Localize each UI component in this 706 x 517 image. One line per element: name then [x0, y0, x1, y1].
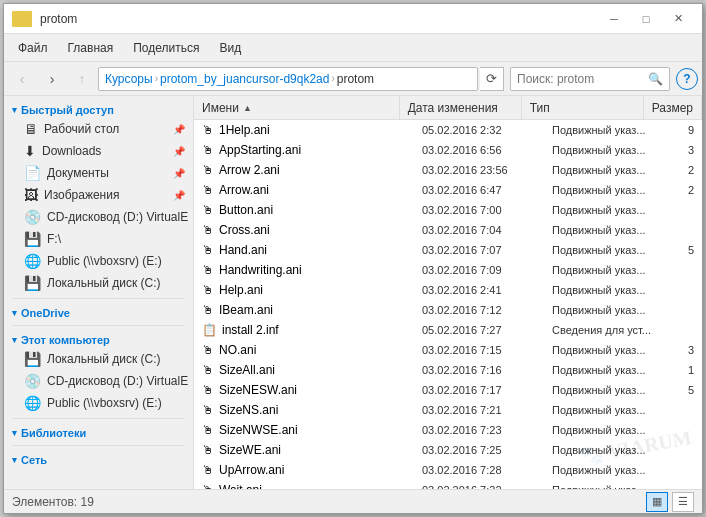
breadcrumb-cursors[interactable]: Курсоры [105, 72, 153, 86]
sidebar-item-documents[interactable]: 📄 Документы 📌 [4, 162, 193, 184]
window-folder-icon [12, 11, 32, 27]
help-button[interactable]: ? [676, 68, 698, 90]
file-name: Arrow 2.ani [219, 163, 280, 177]
table-row[interactable]: 🖱 Arrow 2.ani 03.02.2016 23:56 Подвижный… [194, 160, 702, 180]
col-header-date[interactable]: Дата изменения [400, 96, 522, 119]
this-pc-cd-icon: 💿 [24, 373, 41, 389]
search-input[interactable] [517, 72, 646, 86]
sidebar-item-downloads[interactable]: ⬇ Downloads 📌 [4, 140, 193, 162]
f-drive-icon: 💾 [24, 231, 41, 247]
table-row[interactable]: 🖱 SizeAll.ani 03.02.2016 7:16 Подвижный … [194, 360, 702, 380]
file-type: Подвижный указ... [544, 304, 674, 316]
table-row[interactable]: 🖱 AppStarting.ani 03.02.2016 6:56 Подвиж… [194, 140, 702, 160]
local-c-icon: 💾 [24, 275, 41, 291]
file-name: Button.ani [219, 203, 273, 217]
file-name: SizeNESW.ani [219, 383, 297, 397]
file-type: Подвижный указ... [544, 364, 674, 376]
sidebar-divider-4 [12, 445, 185, 446]
file-name: Wait.ani [219, 483, 262, 489]
sidebar-item-this-pc-cd[interactable]: 💿 CD-дисковод (D:) VirtualE [4, 370, 193, 392]
minimize-button[interactable]: ─ [598, 5, 630, 33]
detail-view-button[interactable]: ☰ [672, 492, 694, 512]
col-header-name[interactable]: Имени ▲ [194, 96, 400, 119]
sidebar-item-f[interactable]: 💾 F:\ [4, 228, 193, 250]
file-name: Hand.ani [219, 243, 267, 257]
sidebar-item-this-pc-public[interactable]: 🌐 Public (\\vboxsrv) (E:) [4, 392, 193, 414]
quick-access-header[interactable]: ▾ Быстрый доступ [4, 100, 193, 118]
table-row[interactable]: 🖱 Wait.ani 03.02.2016 7:32 Подвижный ука… [194, 480, 702, 489]
table-row[interactable]: 🖱 Cross.ani 03.02.2016 7:04 Подвижный ук… [194, 220, 702, 240]
pin-icon-images: 📌 [173, 190, 185, 201]
file-date: 03.02.2016 7:32 [414, 484, 544, 489]
menu-share[interactable]: Поделиться [123, 37, 209, 59]
menu-home[interactable]: Главная [58, 37, 124, 59]
file-type: Подвижный указ... [544, 264, 674, 276]
sidebar-item-cd1[interactable]: 💿 CD-дисковод (D:) VirtualE [4, 206, 193, 228]
table-row[interactable]: 🖱 Button.ani 03.02.2016 7:00 Подвижный у… [194, 200, 702, 220]
breadcrumb-bar[interactable]: Курсоры › protom_by_juancursor-d9qk2ad ›… [98, 67, 478, 91]
pin-icon-desktop: 📌 [173, 124, 185, 135]
file-date: 03.02.2016 7:12 [414, 304, 544, 316]
file-type: Подвижный указ... [544, 424, 674, 436]
table-row[interactable]: 🖱 1Help.ani 05.02.2016 2:32 Подвижный ук… [194, 120, 702, 140]
breadcrumb-folder[interactable]: protom_by_juancursor-d9qk2ad [160, 72, 329, 86]
network-label: Сеть [21, 454, 47, 466]
breadcrumb-sep-2: › [331, 73, 334, 84]
table-row[interactable]: 🖱 Hand.ani 03.02.2016 7:07 Подвижный ука… [194, 240, 702, 260]
file-icon: 🖱 [202, 283, 214, 297]
quick-access-arrow: ▾ [12, 105, 17, 115]
table-row[interactable]: 🖱 Help.ani 03.02.2016 2:41 Подвижный ука… [194, 280, 702, 300]
table-row[interactable]: 🖱 NO.ani 03.02.2016 7:15 Подвижный указ.… [194, 340, 702, 360]
table-row[interactable]: 🖱 SizeNS.ani 03.02.2016 7:21 Подвижный у… [194, 400, 702, 420]
menu-view[interactable]: Вид [209, 37, 251, 59]
back-button[interactable]: ‹ [8, 65, 36, 93]
file-icon: 🖱 [202, 403, 214, 417]
table-row[interactable]: 🖱 SizeWE.ani 03.02.2016 7:25 Подвижный у… [194, 440, 702, 460]
table-row[interactable]: 🖱 IBeam.ani 03.02.2016 7:12 Подвижный ук… [194, 300, 702, 320]
this-pc-header[interactable]: ▾ Этот компьютер [4, 330, 193, 348]
file-name: AppStarting.ani [219, 143, 301, 157]
file-date: 03.02.2016 7:09 [414, 264, 544, 276]
sidebar-item-local-c[interactable]: 💾 Локальный диск (C:) [4, 272, 193, 294]
network-header[interactable]: ▾ Сеть [4, 450, 193, 468]
file-icon: 🖱 [202, 263, 214, 277]
file-type: Подвижный указ... [544, 384, 674, 396]
sidebar-item-this-pc-c[interactable]: 💾 Локальный диск (C:) [4, 348, 193, 370]
file-date: 03.02.2016 7:28 [414, 464, 544, 476]
sidebar-item-local-c-label: Локальный диск (C:) [47, 276, 161, 290]
forward-button[interactable]: › [38, 65, 66, 93]
maximize-button[interactable]: □ [630, 5, 662, 33]
col-header-size[interactable]: Размер [644, 96, 702, 119]
onedrive-header[interactable]: ▾ OneDrive [4, 303, 193, 321]
search-bar[interactable]: 🔍 [510, 67, 670, 91]
refresh-button[interactable]: ⟳ [480, 67, 504, 91]
file-date: 05.02.2016 7:27 [414, 324, 544, 336]
file-size: 2 [674, 164, 702, 176]
pin-icon-downloads: 📌 [173, 146, 185, 157]
file-name: Cross.ani [219, 223, 270, 237]
sidebar-item-public[interactable]: 🌐 Public (\\vboxsrv) (E:) [4, 250, 193, 272]
sidebar-item-desktop[interactable]: 🖥 Рабочий стол 📌 [4, 118, 193, 140]
libraries-header[interactable]: ▾ Библиотеки [4, 423, 193, 441]
file-date: 03.02.2016 2:41 [414, 284, 544, 296]
up-button[interactable]: ↑ [68, 65, 96, 93]
file-name: Help.ani [219, 283, 263, 297]
close-button[interactable]: ✕ [662, 5, 694, 33]
menu-file[interactable]: Файл [8, 37, 58, 59]
file-size: 5 [674, 384, 702, 396]
table-row[interactable]: 🖱 Arrow.ani 03.02.2016 6:47 Подвижный ук… [194, 180, 702, 200]
sidebar-item-images[interactable]: 🖼 Изображения 📌 [4, 184, 193, 206]
table-row[interactable]: 🖱 SizeNWSE.ani 03.02.2016 7:23 Подвижный… [194, 420, 702, 440]
table-row[interactable]: 📋 install 2.inf 05.02.2016 7:27 Сведения… [194, 320, 702, 340]
table-row[interactable]: 🖱 UpArrow.ani 03.02.2016 7:28 Подвижный … [194, 460, 702, 480]
file-area: Имени ▲ Дата изменения Тип Размер 🖱 [194, 96, 702, 489]
file-icon: 🖱 [202, 483, 214, 489]
images-icon: 🖼 [24, 187, 38, 203]
col-header-type[interactable]: Тип [522, 96, 644, 119]
list-view-button[interactable]: ▦ [646, 492, 668, 512]
table-row[interactable]: 🖱 Handwriting.ani 03.02.2016 7:09 Подвиж… [194, 260, 702, 280]
file-date: 03.02.2016 7:04 [414, 224, 544, 236]
file-count: Элементов: 19 [12, 495, 94, 509]
file-date: 03.02.2016 7:00 [414, 204, 544, 216]
table-row[interactable]: 🖱 SizeNESW.ani 03.02.2016 7:17 Подвижный… [194, 380, 702, 400]
